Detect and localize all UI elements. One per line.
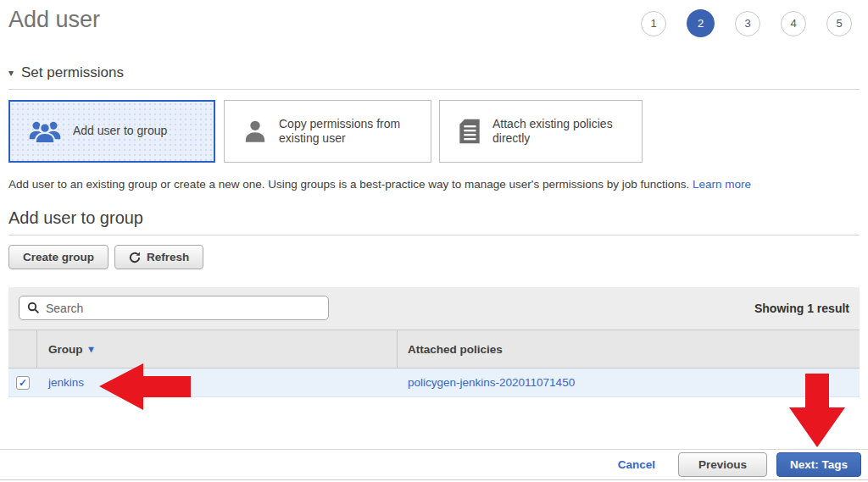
sort-caret-icon[interactable]: ▾ (89, 343, 94, 355)
section-title: Set permissions (21, 64, 124, 81)
refresh-label: Refresh (147, 251, 189, 263)
search-icon (27, 302, 40, 314)
group-column-header[interactable]: Group ▾ (37, 330, 398, 368)
policy-document-icon (458, 119, 481, 144)
permission-option-cards: Add user to group Copy permissions from … (8, 100, 860, 163)
policies-column-header: Attached policies (398, 330, 860, 368)
divider (8, 89, 860, 90)
arrow-head (789, 407, 845, 447)
groups-table: Showing 1 result Group ▾ Attached polici… (8, 287, 860, 397)
group-icon (28, 119, 62, 144)
step-5: 5 (826, 11, 852, 36)
card-copy-permissions[interactable]: Copy permissions from existing user (224, 100, 431, 163)
search-input[interactable] (46, 302, 328, 315)
card-add-user-to-group[interactable]: Add user to group (8, 100, 215, 163)
results-count: Showing 1 result (754, 302, 849, 315)
add-user-to-group-heading: Add user to group (8, 208, 860, 228)
wizard-footer: Cancel Previous Next: Tags (0, 449, 868, 482)
refresh-button[interactable]: Refresh (114, 245, 203, 269)
create-group-label: Create group (23, 251, 94, 263)
divider (8, 235, 860, 235)
previous-button[interactable]: Previous (678, 452, 767, 477)
refresh-icon (129, 252, 141, 263)
group-link-jenkins[interactable]: jenkins (48, 376, 84, 389)
step-3: 3 (735, 11, 760, 36)
card-label: Add user to group (73, 124, 167, 139)
step-2-active: 2 (687, 9, 715, 37)
cancel-link[interactable]: Cancel (618, 458, 655, 471)
policies-column-label: Attached policies (408, 343, 503, 356)
create-group-button[interactable]: Create group (8, 245, 108, 269)
search-box[interactable] (19, 296, 329, 320)
learn-more-link[interactable]: Learn more (693, 178, 751, 191)
step-4: 4 (781, 11, 806, 36)
table-row[interactable]: ✓ jenkins policygen-jenkins-202011071450 (8, 368, 860, 397)
row-checkbox-checked[interactable]: ✓ (16, 376, 30, 390)
card-attach-policies[interactable]: Attach existing policies directly (439, 100, 643, 163)
wizard-step-indicator: 1 2 3 4 5 (641, 9, 852, 37)
permissions-description: Add user to an existing group or create … (8, 178, 860, 191)
card-label: Copy permissions from existing user (279, 117, 420, 147)
set-permissions-section-header[interactable]: ▾ Set permissions (8, 64, 860, 81)
table-header-row: Group ▾ Attached policies (8, 330, 860, 368)
step-1: 1 (641, 11, 666, 36)
collapse-caret-icon[interactable]: ▾ (8, 67, 14, 79)
group-column-label: Group (48, 343, 83, 356)
attached-policy-link[interactable]: policygen-jenkins-202011071450 (408, 376, 575, 389)
description-text: Add user to an existing group or create … (8, 178, 689, 191)
next-tags-button[interactable]: Next: Tags (776, 452, 861, 477)
card-label: Attach existing policies directly (492, 117, 632, 147)
single-user-icon (242, 119, 268, 144)
select-all-header-cell (8, 330, 37, 368)
